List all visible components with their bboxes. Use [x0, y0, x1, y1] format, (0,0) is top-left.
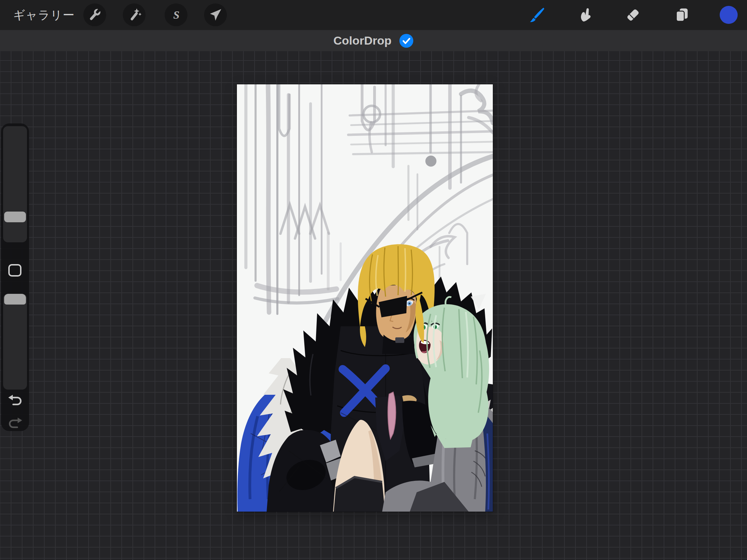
paint-tool-button[interactable]	[525, 3, 548, 26]
paint-brush-icon	[528, 7, 545, 23]
color-swatch-button[interactable]	[720, 6, 738, 24]
sidebar	[1, 123, 29, 431]
redo-button[interactable]	[7, 415, 24, 431]
artwork-illustration	[237, 84, 493, 512]
smudge-tool-button[interactable]	[573, 3, 596, 26]
layers-icon	[674, 7, 690, 23]
opacity-slider[interactable]	[3, 294, 27, 390]
actions-button[interactable]	[83, 3, 106, 26]
svg-text:S: S	[173, 9, 179, 21]
undo-button[interactable]	[7, 392, 24, 409]
smudge-finger-icon	[577, 7, 593, 23]
wrench-icon	[87, 7, 103, 23]
rounded-square-icon	[8, 264, 21, 277]
canvas-workspace	[0, 51, 747, 560]
layers-button[interactable]	[671, 3, 693, 26]
artwork-canvas[interactable]	[237, 84, 493, 512]
adjustments-button[interactable]	[123, 3, 146, 26]
procreate-screen: ギャラリー S	[0, 0, 747, 560]
undo-arrow-icon	[7, 392, 24, 409]
magic-wand-icon	[126, 7, 142, 23]
transform-arrow-icon	[208, 7, 223, 23]
brush-size-slider[interactable]	[3, 126, 27, 242]
eraser-tool-button[interactable]	[621, 3, 644, 26]
colordrop-confirm-button[interactable]	[399, 34, 414, 48]
gallery-button[interactable]: ギャラリー	[13, 0, 75, 30]
selection-button[interactable]: S	[165, 3, 187, 26]
transform-button[interactable]	[204, 3, 227, 26]
colordrop-banner: ColorDrop	[0, 30, 747, 51]
brush-size-handle[interactable]	[4, 212, 26, 222]
opacity-handle[interactable]	[4, 294, 26, 305]
eraser-icon	[625, 7, 641, 23]
modify-button[interactable]	[8, 263, 22, 277]
colordrop-label: ColorDrop	[333, 34, 391, 47]
redo-arrow-icon	[7, 415, 24, 431]
top-toolbar: ギャラリー S	[0, 0, 747, 30]
check-icon	[399, 34, 414, 48]
selection-s-icon: S	[168, 7, 184, 23]
